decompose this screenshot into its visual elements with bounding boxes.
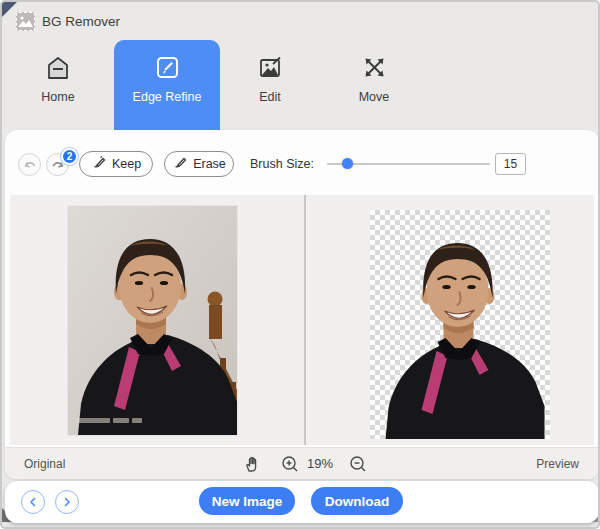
redo-count-badge: 2: [61, 148, 78, 165]
erase-brush-icon: [172, 156, 187, 172]
move-icon: [361, 54, 388, 81]
keep-brush-icon: [91, 156, 106, 172]
home-icon: [45, 54, 72, 81]
new-image-button[interactable]: New Image: [199, 487, 295, 515]
workspace: [10, 195, 594, 445]
preview-label: Preview: [536, 457, 579, 471]
footer-bar: New Image Download: [5, 481, 599, 523]
tab-edge-refine[interactable]: Edge Refine: [122, 54, 212, 120]
edge-refine-icon: [154, 54, 181, 81]
tab-move-label: Move: [359, 90, 390, 104]
bg-remover-window: BG Remover Home Edge Refine: [0, 0, 600, 529]
original-image[interactable]: [68, 206, 237, 435]
tab-edit[interactable]: Edit: [225, 54, 315, 120]
original-label: Original: [24, 457, 65, 471]
tab-home-label: Home: [41, 90, 74, 104]
brush-size-value-field[interactable]: 15: [495, 153, 526, 175]
previous-image-button[interactable]: [21, 490, 45, 514]
tab-edit-label: Edit: [259, 90, 281, 104]
title-bar: BG Remover: [16, 12, 120, 31]
next-image-button[interactable]: [55, 490, 79, 514]
erase-button-label: Erase: [193, 157, 226, 171]
app-logo-icon: [16, 12, 35, 31]
slider-thumb[interactable]: [342, 158, 353, 169]
panel-divider: [304, 195, 306, 445]
tab-home[interactable]: Home: [13, 54, 103, 120]
brush-size-slider[interactable]: [327, 154, 490, 174]
app-title: BG Remover: [42, 14, 120, 29]
zoom-level-value: 19%: [307, 456, 333, 471]
edit-image-icon: [257, 54, 284, 81]
keep-button[interactable]: Keep: [79, 151, 153, 177]
timestamp-watermark: [76, 418, 142, 423]
hand-tool-icon[interactable]: [242, 454, 262, 474]
editor-card: 2 Keep Erase Brush Size:: [5, 130, 599, 479]
download-button[interactable]: Download: [311, 487, 403, 515]
page-curl-top-left: [2, 2, 17, 17]
erase-button[interactable]: Erase: [164, 151, 234, 177]
status-bar: Original 19%: [5, 447, 599, 479]
tab-move[interactable]: Move: [329, 54, 419, 120]
zoom-out-icon[interactable]: [348, 454, 368, 474]
preview-cutout-image[interactable]: [370, 210, 550, 439]
zoom-in-icon[interactable]: [280, 454, 300, 474]
tab-edge-refine-label: Edge Refine: [133, 90, 202, 104]
brush-size-label: Brush Size:: [250, 157, 314, 171]
keep-button-label: Keep: [112, 157, 141, 171]
undo-button[interactable]: [18, 153, 41, 176]
